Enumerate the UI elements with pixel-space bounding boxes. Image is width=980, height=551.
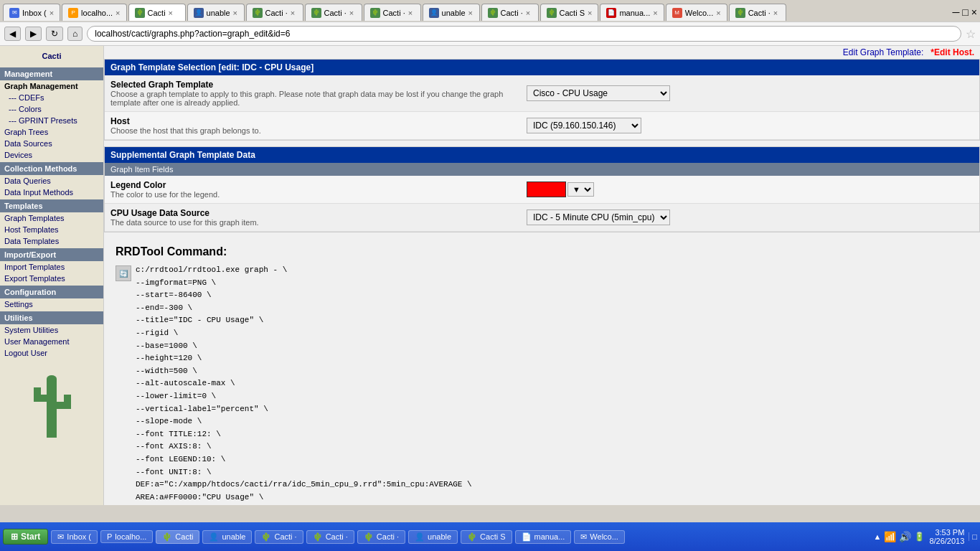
tab-favicon-unable1: 👤 bbox=[194, 8, 204, 18]
forward-button[interactable]: ▶ bbox=[25, 27, 42, 41]
tab-label-cacti2: Cacti · bbox=[265, 9, 288, 17]
selected-graph-template-desc: Choose a graph template to apply to this… bbox=[110, 90, 527, 107]
tab-cacti-active[interactable]: 🌵 Cacti × bbox=[128, 4, 186, 21]
tab-close-unable2[interactable]: × bbox=[468, 9, 473, 17]
rrd-command-section: RRDTool Command: 🔄 c:/rrdtool/rrdtool.ex… bbox=[104, 238, 980, 505]
tab-favicon-inbox: ✉ bbox=[9, 8, 19, 18]
sidebar-item-graph-trees[interactable]: Graph Trees bbox=[0, 126, 103, 138]
top-links: Edit Graph Template: *Edit Host. bbox=[104, 46, 980, 59]
sidebar-item-system-utilities[interactable]: System Utilities bbox=[0, 324, 103, 336]
sidebar-item-data-templates[interactable]: Data Templates bbox=[0, 235, 103, 247]
sidebar-section-collection[interactable]: Collection Methods bbox=[0, 162, 103, 175]
tab-cacti5[interactable]: 🌵 Cacti · × bbox=[481, 4, 539, 21]
tab-cactis[interactable]: 🌵 Cacti S × bbox=[540, 4, 599, 21]
cpu-datasource-label: CPU Usage Data Source bbox=[110, 208, 527, 218]
tab-label-cacti: Cacti bbox=[148, 9, 166, 17]
tab-favicon-cacti3: 🌵 bbox=[311, 8, 321, 18]
tab-label-cactis: Cacti S bbox=[560, 9, 585, 17]
cpu-datasource-row: CPU Usage Data Source The data source to… bbox=[105, 204, 979, 232]
sidebar-item-colors[interactable]: --- Colors bbox=[0, 103, 103, 115]
tab-favicon-pma: P bbox=[68, 8, 78, 18]
tab-favicon-cacti4: 🌵 bbox=[370, 8, 380, 18]
tab-favicon-manual: 📄 bbox=[606, 8, 616, 18]
tab-close-cacti3[interactable]: × bbox=[349, 9, 354, 17]
host-select[interactable]: IDC (59.160.150.146) bbox=[527, 118, 641, 133]
tab-label-cacti5: Cacti · bbox=[501, 9, 523, 17]
tab-favicon-cactis: 🌵 bbox=[547, 8, 557, 18]
tab-close-cactis[interactable]: × bbox=[588, 9, 592, 17]
sidebar-section-templates[interactable]: Templates bbox=[0, 199, 103, 212]
host-row: Host Choose the host that this graph bel… bbox=[105, 112, 979, 140]
sidebar-item-data-sources[interactable]: Data Sources bbox=[0, 138, 103, 149]
sidebar-item-logout[interactable]: Logout User bbox=[0, 347, 103, 359]
sidebar-item-host-templates[interactable]: Host Templates bbox=[0, 224, 103, 235]
tab-favicon-unable2: 👤 bbox=[429, 8, 439, 18]
tab-label-unable2: unable bbox=[442, 9, 466, 17]
tab-pma[interactable]: P localho... × bbox=[62, 4, 126, 21]
maximize-btn[interactable]: □ bbox=[962, 6, 968, 18]
sidebar-item-data-queries[interactable]: Data Queries bbox=[0, 175, 103, 187]
graph-template-select[interactable]: Cisco - CPU Usage bbox=[527, 85, 670, 101]
tab-manual[interactable]: 📄 manua... × bbox=[600, 4, 664, 21]
edit-host-link[interactable]: *Edit Host. bbox=[930, 47, 974, 57]
tab-unable2[interactable]: 👤 unable × bbox=[423, 4, 480, 21]
svg-rect-3 bbox=[34, 387, 41, 402]
sidebar-section-importexport[interactable]: Import/Export bbox=[0, 248, 103, 261]
home-button[interactable]: ⌂ bbox=[67, 27, 83, 41]
minimize-btn[interactable]: ─ bbox=[952, 6, 959, 18]
reload-button[interactable]: ↻ bbox=[46, 27, 63, 41]
tab-unable1[interactable]: 👤 unable × bbox=[187, 4, 245, 21]
bookmark-icon[interactable]: ☆ bbox=[966, 27, 976, 41]
supplemental-section: Supplemental Graph Template Data Graph I… bbox=[104, 146, 980, 232]
sidebar-section-management[interactable]: Management bbox=[0, 67, 103, 80]
tab-close-cacti5[interactable]: × bbox=[526, 9, 530, 17]
cpu-datasource-select[interactable]: IDC - 5 Minute CPU (5min_cpu) bbox=[527, 209, 670, 225]
sidebar-logo: Cacti bbox=[3, 49, 100, 63]
sidebar-item-settings[interactable]: Settings bbox=[0, 298, 103, 310]
sidebar-item-export-templates[interactable]: Export Templates bbox=[0, 273, 103, 284]
tab-favicon-gmail: M bbox=[672, 8, 682, 18]
edit-graph-template-link[interactable]: Edit Graph Template: bbox=[843, 47, 924, 57]
sidebar-item-graph-management[interactable]: Graph Management bbox=[0, 80, 103, 92]
sidebar-item-import-templates[interactable]: Import Templates bbox=[0, 261, 103, 273]
tab-close-cacti2[interactable]: × bbox=[291, 9, 295, 17]
tab-close-manual[interactable]: × bbox=[653, 9, 657, 17]
address-bar[interactable] bbox=[87, 26, 961, 42]
sidebar-item-data-input[interactable]: Data Input Methods bbox=[0, 187, 103, 198]
tab-inbox[interactable]: ✉ Inbox ( × bbox=[3, 4, 60, 21]
svg-point-7 bbox=[47, 375, 57, 382]
tab-close-cacti[interactable]: × bbox=[169, 9, 173, 17]
back-button[interactable]: ◀ bbox=[4, 27, 21, 41]
tab-cacti3[interactable]: 🌵 Cacti · × bbox=[305, 4, 362, 21]
close-btn[interactable]: × bbox=[971, 6, 977, 18]
sidebar-item-gprint[interactable]: --- GPRINT Presets bbox=[0, 115, 103, 126]
graph-item-fields-header: Graph Item Fields bbox=[105, 163, 979, 176]
tab-close-gmail[interactable]: × bbox=[716, 9, 720, 17]
supplemental-header: Supplemental Graph Template Data bbox=[105, 147, 979, 163]
sidebar-item-cddefs[interactable]: --- CDEFs bbox=[0, 92, 103, 103]
sidebar-section-configuration[interactable]: Configuration bbox=[0, 286, 103, 298]
legend-color-dropdown[interactable]: ▼ bbox=[567, 182, 594, 197]
sidebar-section-utilities[interactable]: Utilities bbox=[0, 311, 103, 324]
tab-close-inbox[interactable]: × bbox=[50, 9, 54, 17]
tab-favicon-cacti6: 🌵 bbox=[735, 8, 745, 18]
cactus-logo bbox=[27, 373, 77, 438]
legend-color-desc: The color to use for the legend. bbox=[110, 190, 527, 199]
selected-graph-template-row: Selected Graph Template Choose a graph t… bbox=[105, 75, 979, 112]
tab-close-pma[interactable]: × bbox=[116, 9, 120, 17]
sidebar-item-user-management[interactable]: User Management bbox=[0, 336, 103, 347]
tab-close-cacti6[interactable]: × bbox=[773, 9, 778, 17]
tab-close-cacti4[interactable]: × bbox=[408, 9, 413, 17]
sidebar-item-graph-templates[interactable]: Graph Templates bbox=[0, 212, 103, 224]
tab-favicon-cacti: 🌵 bbox=[135, 8, 145, 18]
tab-gmail[interactable]: M Welco... × bbox=[666, 4, 727, 21]
tab-close-unable1[interactable]: × bbox=[233, 9, 237, 17]
tab-cacti4[interactable]: 🌵 Cacti · × bbox=[364, 4, 421, 21]
tab-cacti2[interactable]: 🌵 Cacti · × bbox=[246, 4, 303, 21]
svg-rect-0 bbox=[47, 423, 57, 438]
tab-cacti6[interactable]: 🌵 Cacti · × bbox=[729, 4, 786, 21]
host-label: Host bbox=[110, 116, 527, 126]
rrd-icon[interactable]: 🔄 bbox=[116, 265, 131, 281]
sidebar-item-devices[interactable]: Devices bbox=[0, 149, 103, 161]
tab-favicon-cacti2: 🌵 bbox=[253, 8, 263, 18]
